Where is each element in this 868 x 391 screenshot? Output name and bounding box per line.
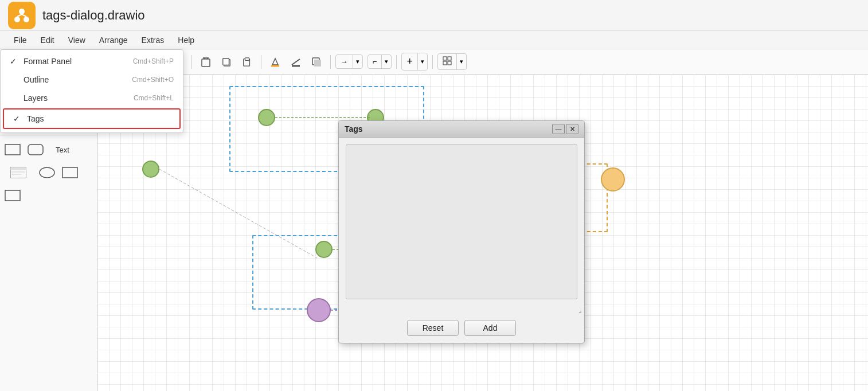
tags-dialog-title: Tags [345, 124, 551, 134]
circle-purple-1[interactable] [307, 298, 331, 322]
outline-label: Outline [24, 75, 127, 84]
layers-check [10, 93, 19, 103]
svg-rect-27 [314, 60, 321, 67]
svg-point-0 [19, 9, 25, 14]
dropdown-item-tags[interactable]: ✓ Tags [3, 108, 181, 129]
toolbar-separator-6 [330, 55, 331, 69]
connection-style-arrow[interactable]: ▾ [353, 56, 362, 68]
svg-rect-40 [62, 167, 77, 178]
tags-content-area [346, 144, 577, 299]
shape-rectangle-2[interactable] [60, 162, 80, 183]
format-panel-shortcut: Cmd+Shift+P [133, 57, 174, 65]
svg-rect-33 [28, 144, 43, 155]
grid-arrow[interactable]: ▾ [457, 56, 466, 68]
grid-label[interactable] [438, 54, 457, 69]
circle-green-3[interactable] [142, 161, 159, 178]
svg-rect-35 [11, 167, 26, 170]
delete-button[interactable] [197, 53, 215, 71]
menu-view[interactable]: View [62, 33, 91, 47]
svg-line-24 [292, 59, 300, 65]
shapes-grid: Text [0, 136, 97, 209]
fill-color-button[interactable] [266, 53, 284, 71]
svg-line-4 [22, 14, 26, 17]
svg-rect-31 [448, 61, 451, 65]
outline-check [10, 75, 19, 84]
tags-dialog-footer: Reset Add [339, 315, 584, 343]
shape-rectangle-rounded[interactable] [25, 139, 46, 160]
tags-dialog: Tags — ✕ ⌟ Reset Add [338, 120, 585, 343]
dropdown-item-outline[interactable]: Outline Cmd+Shift+O [1, 71, 183, 89]
toolbar-separator-4 [191, 55, 192, 69]
svg-rect-29 [448, 57, 451, 60]
shape-rectangle-3[interactable] [2, 185, 23, 206]
outline-shortcut: Cmd+Shift+O [132, 76, 174, 84]
svg-rect-20 [223, 58, 229, 65]
copy-button[interactable] [217, 53, 236, 71]
format-panel-label: Format Panel [24, 57, 128, 66]
svg-point-1 [14, 17, 20, 22]
format-panel-check: ✓ [10, 57, 19, 66]
waypoint-style-arrow[interactable]: ▾ [382, 56, 391, 68]
shape-text[interactable]: Text [48, 139, 77, 160]
svg-rect-28 [443, 57, 447, 60]
menu-edit[interactable]: Edit [35, 33, 60, 47]
tags-add-button[interactable]: Add [464, 320, 516, 336]
svg-rect-32 [5, 144, 20, 155]
grid-dropdown[interactable]: ▾ [437, 53, 467, 70]
app-title: tags-dialog.drawio [42, 8, 860, 23]
layers-shortcut: Cmd+Shift+L [134, 94, 174, 102]
toolbar-separator-8 [432, 55, 433, 69]
connection-style-label[interactable]: → [336, 55, 353, 68]
resize-handle[interactable]: ⌟ [339, 306, 584, 315]
shape-text-label: Text [56, 146, 69, 154]
dropdown-item-format-panel[interactable]: ✓ Format Panel Cmd+Shift+P [1, 52, 183, 71]
toolbar-separator-5 [261, 55, 261, 69]
tags-dialog-close[interactable]: ✕ [566, 124, 578, 134]
dropdown-item-layers[interactable]: Layers Cmd+Shift+L [1, 89, 183, 107]
circle-green-4[interactable] [315, 241, 333, 258]
waypoint-style-label[interactable]: ⌐ [368, 55, 382, 68]
svg-point-39 [40, 167, 54, 178]
menu-arrange[interactable]: Arrange [93, 33, 134, 47]
waypoint-style-dropdown[interactable]: ⌐ ▾ [367, 54, 392, 69]
view-dropdown-menu: ✓ Format Panel Cmd+Shift+P Outline Cmd+S… [0, 49, 183, 133]
line-color-button[interactable] [287, 53, 305, 71]
app-logo [8, 2, 36, 29]
tags-dialog-titlebar: Tags — ✕ [339, 121, 584, 138]
shape-heading[interactable] [2, 162, 34, 183]
svg-line-3 [17, 14, 22, 17]
insert-label[interactable]: + [402, 53, 418, 70]
menu-file[interactable]: File [8, 33, 33, 47]
menu-bar: File Edit View Arrange Extras Help [0, 31, 868, 49]
paste-button[interactable] [238, 53, 256, 71]
svg-rect-30 [443, 61, 447, 65]
circle-orange-4[interactable] [601, 167, 625, 191]
menu-help[interactable]: Help [172, 33, 200, 47]
tags-dialog-minimize[interactable]: — [552, 124, 565, 134]
layers-label: Layers [24, 93, 129, 103]
svg-rect-41 [5, 190, 20, 201]
toolbar-separator-7 [396, 55, 397, 69]
tags-label: Tags [27, 114, 166, 123]
svg-point-2 [24, 17, 29, 22]
title-bar: tags-dialog.drawio [0, 0, 868, 31]
insert-arrow[interactable]: ▾ [418, 56, 427, 68]
svg-rect-15 [202, 59, 210, 67]
shape-rectangle[interactable] [2, 139, 23, 160]
tags-reset-button[interactable]: Reset [407, 320, 459, 336]
menu-extras[interactable]: Extras [136, 33, 170, 47]
svg-rect-22 [245, 57, 249, 60]
tags-check: ✓ [13, 114, 22, 123]
shape-ellipse[interactable] [37, 162, 57, 183]
connection-style-dropdown[interactable]: → ▾ [335, 54, 363, 69]
shadow-button[interactable] [307, 53, 326, 71]
insert-dropdown[interactable]: + ▾ [401, 53, 428, 71]
circle-green-1[interactable] [258, 109, 275, 126]
